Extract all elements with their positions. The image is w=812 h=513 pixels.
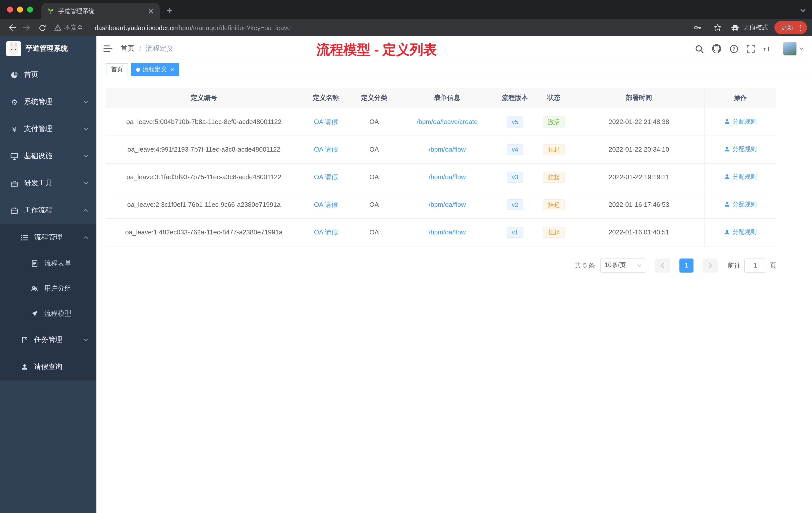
forward-icon[interactable] [20, 21, 34, 35]
sidebar-item-leave-query[interactable]: 请假查询 [0, 353, 96, 381]
col-actions: 操作 [704, 88, 776, 108]
definition-category: OA [350, 108, 398, 135]
col-process-version: 流程版本 [496, 88, 534, 108]
sidebar-item-workflow[interactable]: 工作流程 [0, 197, 96, 224]
navbar-tools: ? TT [695, 42, 804, 56]
assign-rule-link[interactable]: 分配规则 [724, 117, 757, 126]
sidebar-item-label: 任务管理 [34, 335, 62, 344]
tab-close-icon[interactable]: ✕ [146, 7, 156, 15]
page-content: 定义编号 定义名称 定义分类 表单信息 流程版本 状态 部署时间 操作 oa_l… [96, 78, 812, 513]
url-field[interactable]: dashboard.yudao.iocoder.cn/bpm/manager/d… [95, 24, 686, 31]
tab-search-chevron-icon[interactable] [800, 6, 806, 16]
col-deploy-time: 部署时间 [574, 88, 704, 108]
version-tag: v5 [507, 116, 523, 127]
prev-page-button[interactable] [655, 258, 670, 272]
tag-home[interactable]: 首页 [106, 63, 128, 76]
browser-menu-kebab-icon[interactable]: ⋮ [797, 24, 804, 31]
sidebar-item-label: 研发工具 [24, 179, 52, 188]
bookmark-star-icon[interactable] [710, 21, 725, 35]
security-chip[interactable]: 不安全 [54, 23, 83, 32]
zoom-window-button[interactable] [27, 6, 33, 12]
assign-rule-link[interactable]: 分配规则 [724, 200, 757, 209]
assign-rule-link[interactable]: 分配规则 [724, 228, 757, 236]
sidebar-item-home[interactable]: 首页 [0, 61, 96, 88]
form-info-link[interactable]: /bpm/oa/leave/create [417, 118, 478, 125]
search-icon[interactable] [695, 44, 703, 53]
chevron-down-icon [83, 154, 88, 159]
update-label: 更新 [781, 23, 793, 32]
definition-name-link[interactable]: OA 请假 [314, 201, 338, 208]
back-icon[interactable] [5, 21, 19, 35]
table-row: oa_leave:3:1fad3d93-7b75-11ec-a3c8-acde4… [106, 163, 776, 191]
window-controls [0, 6, 41, 12]
github-icon[interactable] [712, 44, 721, 53]
tag-label: 流程定义 [143, 65, 167, 74]
paper-plane-icon [30, 310, 39, 317]
incognito-label: 无痕模式 [743, 23, 768, 32]
tag-label: 首页 [111, 65, 123, 74]
reload-icon[interactable] [35, 21, 49, 35]
status-tag: 挂起 [543, 227, 565, 238]
fullscreen-icon[interactable] [747, 45, 755, 53]
person-icon [20, 363, 29, 370]
form-info-link[interactable]: /bpm/oa/flow [429, 173, 465, 181]
sidebar-item-label: 流程表单 [44, 259, 71, 268]
next-page-button[interactable] [702, 258, 718, 272]
person-icon [724, 146, 730, 152]
sidebar-item-payment[interactable]: ¥ 支付管理 [0, 116, 96, 143]
sidebar-item-label: 基础设施 [24, 152, 52, 161]
table-header-row: 定义编号 定义名称 定义分类 表单信息 流程版本 状态 部署时间 操作 [106, 88, 776, 108]
page-size-select[interactable]: 10条/页 [600, 258, 646, 272]
definition-name-link[interactable]: OA 请假 [314, 228, 338, 236]
help-icon[interactable]: ? [730, 44, 738, 53]
flag-icon [20, 336, 29, 343]
tab-title: 芋道管理系统 [58, 7, 142, 15]
update-button[interactable]: 更新 ⋮ [774, 21, 807, 34]
version-tag: v3 [507, 172, 523, 182]
top-navbar: 首页 / 流程定义 流程模型 - 定义列表 ? [96, 36, 812, 61]
tag-process-definition[interactable]: 流程定义 × [131, 63, 179, 76]
sidebar-item-label: 用户分组 [44, 284, 71, 293]
chevron-down-icon [83, 181, 88, 186]
minimize-window-button[interactable] [17, 6, 23, 12]
tag-close-icon[interactable]: × [170, 66, 174, 73]
status-tag: 挂起 [543, 172, 565, 182]
person-icon [724, 119, 730, 125]
sidebar-item-label: 请假查询 [34, 362, 62, 371]
close-window-button[interactable] [7, 6, 13, 12]
table-row: oa_leave:1:482ec033-762a-11ec-8477-a2380… [106, 218, 776, 246]
new-tab-button[interactable]: + [167, 5, 173, 16]
breadcrumb-home[interactable]: 首页 [120, 44, 135, 53]
gear-icon: ⚙ [10, 98, 19, 105]
page-number-button[interactable]: 1 [679, 258, 694, 272]
form-info-link[interactable]: /bpm/oa/flow [429, 146, 465, 153]
col-definition-category: 定义分类 [350, 88, 398, 108]
sidebar-item-user-group[interactable]: 用户分组 [0, 276, 96, 301]
svg-text:T: T [763, 48, 766, 52]
goto-page: 前往 页 [728, 258, 776, 272]
definition-name-link[interactable]: OA 请假 [314, 145, 338, 153]
definition-name-link[interactable]: OA 请假 [314, 118, 338, 125]
goto-page-input[interactable] [744, 258, 766, 272]
form-info-link[interactable]: /bpm/oa/flow [429, 201, 465, 208]
tab-favicon-icon [47, 7, 54, 14]
sidebar-item-infrastructure[interactable]: 基础设施 [0, 143, 96, 170]
assign-rule-link[interactable]: 分配规则 [724, 173, 757, 181]
people-icon [30, 285, 39, 292]
definition-name-link[interactable]: OA 请假 [314, 173, 338, 180]
password-key-icon[interactable] [691, 21, 704, 35]
sidebar-item-system[interactable]: ⚙ 系统管理 [0, 88, 96, 116]
form-info-link[interactable]: /bpm/oa/flow [429, 229, 465, 236]
sidebar-item-process-model[interactable]: 流程模型 [0, 301, 96, 326]
user-menu[interactable] [783, 42, 804, 56]
assign-rule-link[interactable]: 分配规则 [724, 145, 757, 154]
sidebar-item-process-management[interactable]: 流程管理 [0, 224, 96, 251]
browser-tab[interactable]: 芋道管理系统 ✕ [41, 3, 160, 19]
sidebar-item-process-form[interactable]: 流程表单 [0, 251, 96, 276]
font-size-icon[interactable]: TT [763, 45, 772, 53]
sidebar-item-dev-tools[interactable]: 研发工具 [0, 170, 96, 197]
sidebar-item-task-management[interactable]: 任务管理 [0, 326, 96, 353]
hamburger-icon[interactable] [104, 45, 113, 53]
definition-id: oa_leave:1:482ec033-762a-11ec-8477-a2380… [106, 218, 302, 246]
url-divider [89, 24, 89, 31]
